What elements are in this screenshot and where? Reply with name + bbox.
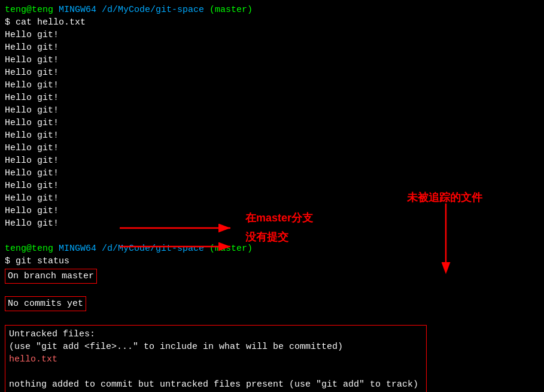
prompt-line-1: teng@teng MINGW64 /d/MyCode/git-space (m… [5,4,539,16]
prompt-user-2: teng@teng [5,244,53,254]
hello-line: Hello git! [5,79,539,92]
annotation-master-branch: 在master分支 [245,211,313,226]
hello-line: Hello git! [5,54,539,66]
status-output: On branch master No commits yet Untracke… [5,269,539,392]
untracked-section: Untracked files: (use "git add <file>...… [5,325,427,392]
annotation-no-commits: 没有提交 [245,230,288,245]
command-line-1: $ cat hello.txt [5,16,539,29]
hello-line: Hello git! [5,154,539,167]
hello-line: Hello git! [5,129,539,142]
hello-line: Hello git! [5,104,539,117]
arrow-3 [437,203,455,275]
no-commits-line: No commits yet [5,296,539,311]
terminal-window: teng@teng MINGW64 /d/MyCode/git-space (m… [0,0,544,392]
command-line-2: $ git status [5,255,539,268]
untracked-file: hello.txt [9,353,423,366]
hello-line: Hello git! [5,66,539,79]
on-branch-text: On branch master [5,269,97,284]
hello-line: Hello git! [5,117,539,129]
hello-line: Hello git! [5,92,539,104]
prompt-path-1: MINGW64 /d/MyCode/git-space [59,5,209,15]
prompt-user-1: teng@teng [5,5,53,15]
untracked-header: Untracked files: [9,328,423,341]
hello-line: Hello git! [5,29,539,41]
on-branch-line: On branch master [5,269,539,284]
hello-line: Hello git! [5,167,539,180]
prompt-branch-1: (master) [209,5,253,15]
hello-line: Hello git! [5,41,539,54]
hello-line: Hello git! [5,142,539,154]
nothing-line: nothing added to commit but untracked fi… [9,378,423,391]
untracked-hint: (use "git add <file>..." to include in w… [9,341,423,353]
annotation-untracked: 未被追踪的文件 [407,190,482,205]
no-commits-text: No commits yet [5,296,86,311]
arrow-2 [120,238,239,256]
arrow-1 [120,219,239,237]
